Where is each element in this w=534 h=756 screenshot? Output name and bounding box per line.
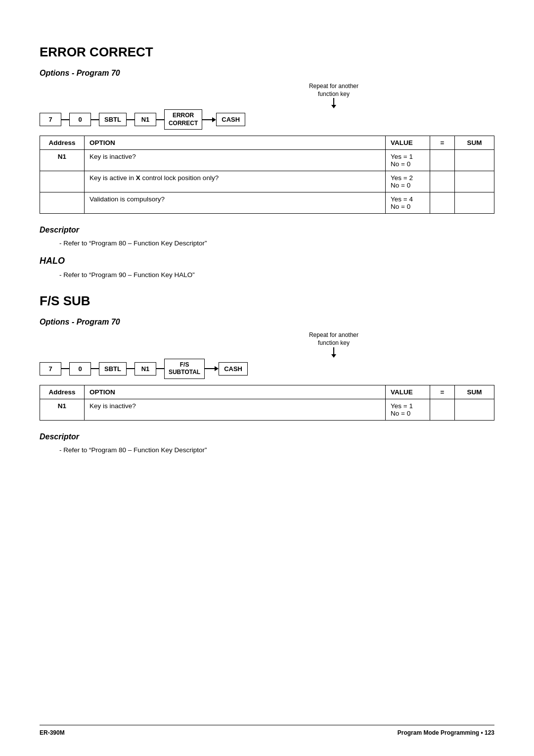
td-address-1-3 <box>40 192 85 214</box>
flow-box-0-2: 0 <box>69 362 91 376</box>
flow-box-7-2: 7 <box>40 362 61 376</box>
td-sum-2-1 <box>455 399 494 420</box>
footer-page-info: Program Mode Programming • 123 <box>398 729 494 736</box>
td-equals-1-3 <box>430 192 455 214</box>
halo-text: - Refer to “Program 90 – Function Key HA… <box>59 271 494 279</box>
td-equals-1-1 <box>430 150 455 171</box>
td-option-2-1: Key is inactive? <box>85 399 386 420</box>
table-row: N1 Key is inactive? Yes = 1No = 0 <box>40 150 494 171</box>
td-option-1-2: Key is active in X control lock position… <box>85 171 386 192</box>
footer: ER-390M Program Mode Programming • 123 <box>40 725 494 736</box>
td-sum-1-1 <box>455 150 494 171</box>
th-value-1: VALUE <box>386 136 430 150</box>
td-sum-1-3 <box>455 192 494 214</box>
options-program-label-1: Options - Program 70 <box>40 69 494 78</box>
flow-box-0: 0 <box>69 113 91 126</box>
flow-row-2: 7 0 SBTL N1 F/SSUBTOTAL CASH <box>40 359 494 379</box>
footer-bullet: • <box>481 729 483 736</box>
descriptor-title-2: Descriptor <box>40 432 494 441</box>
fs-sub-title: F/S SUB <box>40 293 494 309</box>
th-option-1: OPTION <box>85 136 386 150</box>
options-table-2: Address OPTION VALUE = SUM N1 Key is ina… <box>40 385 494 421</box>
diagram-2: Repeat for another function key 7 0 SBTL <box>40 331 494 378</box>
table-row: Validation is compulsory? Yes = 4No = 0 <box>40 192 494 214</box>
flow-box-sbtl-2: SBTL <box>99 362 127 376</box>
page: ERROR CORRECT Options - Program 70 Repea… <box>0 0 534 756</box>
table-row: Key is active in X control lock position… <box>40 171 494 192</box>
th-address-2: Address <box>40 385 85 399</box>
td-value-1-1: Yes = 1No = 0 <box>386 150 430 171</box>
flow-box-error-correct: ERRORCORRECT <box>164 109 202 130</box>
descriptor-section-1: Descriptor - Refer to “Program 80 – Func… <box>40 226 494 247</box>
descriptor-section-2: Descriptor - Refer to “Program 80 – Func… <box>40 432 494 454</box>
options-program-label-2: Options - Program 70 <box>40 318 494 327</box>
th-equals-1: = <box>430 136 455 150</box>
flow-box-cash-1: CASH <box>216 113 245 126</box>
td-option-1-1: Key is inactive? <box>85 150 386 171</box>
th-option-2: OPTION <box>85 385 386 399</box>
td-address-1-2 <box>40 171 85 192</box>
diagram-1: Repeat for another function key 7 0 <box>40 83 494 130</box>
td-address-n1-1: N1 <box>40 150 85 171</box>
footer-model: ER-390M <box>40 729 65 736</box>
th-equals-2: = <box>430 385 455 399</box>
flow-box-n1-2: N1 <box>134 362 156 376</box>
repeat-label-1: Repeat for another function key <box>309 83 358 98</box>
down-arrow-2 <box>331 347 336 358</box>
repeat-label-2: Repeat for another function key <box>309 331 358 347</box>
descriptor-text-1: - Refer to “Program 80 – Function Key De… <box>59 239 494 247</box>
th-sum-2: SUM <box>455 385 494 399</box>
halo-section: HALO - Refer to “Program 90 – Function K… <box>40 256 494 279</box>
td-option-1-3: Validation is compulsory? <box>85 192 386 214</box>
td-sum-1-2 <box>455 171 494 192</box>
error-correct-section: ERROR CORRECT Options - Program 70 Repea… <box>40 45 494 279</box>
td-address-n1-2: N1 <box>40 399 85 420</box>
td-value-1-3: Yes = 4No = 0 <box>386 192 430 214</box>
flow-box-fs-subtotal: F/SSUBTOTAL <box>164 359 205 379</box>
td-value-1-2: Yes = 2No = 0 <box>386 171 430 192</box>
th-value-2: VALUE <box>386 385 430 399</box>
flow-row-1: 7 0 SBTL N1 ERRORCORRECT <box>40 109 494 130</box>
flow-box-sbtl-1: SBTL <box>99 113 127 126</box>
down-arrow-1 <box>331 98 336 108</box>
flow-box-7: 7 <box>40 113 61 126</box>
td-value-2-1: Yes = 1No = 0 <box>386 399 430 420</box>
options-table-1: Address OPTION VALUE = SUM N1 Key is ina… <box>40 136 494 214</box>
halo-title: HALO <box>40 256 494 266</box>
table-row: N1 Key is inactive? Yes = 1No = 0 <box>40 399 494 420</box>
footer-program-label: Program Mode Programming <box>398 729 479 736</box>
footer-page-number: 123 <box>485 729 494 736</box>
td-equals-1-2 <box>430 171 455 192</box>
flow-box-n1-1: N1 <box>134 113 156 126</box>
td-equals-2-1 <box>430 399 455 420</box>
th-sum-1: SUM <box>455 136 494 150</box>
th-address-1: Address <box>40 136 85 150</box>
descriptor-text-2: - Refer to “Program 80 – Function Key De… <box>59 446 494 454</box>
error-correct-title: ERROR CORRECT <box>40 45 494 60</box>
descriptor-title-1: Descriptor <box>40 226 494 235</box>
fs-sub-section: F/S SUB Options - Program 70 Repeat for … <box>40 293 494 453</box>
flow-box-cash-2: CASH <box>219 362 248 376</box>
